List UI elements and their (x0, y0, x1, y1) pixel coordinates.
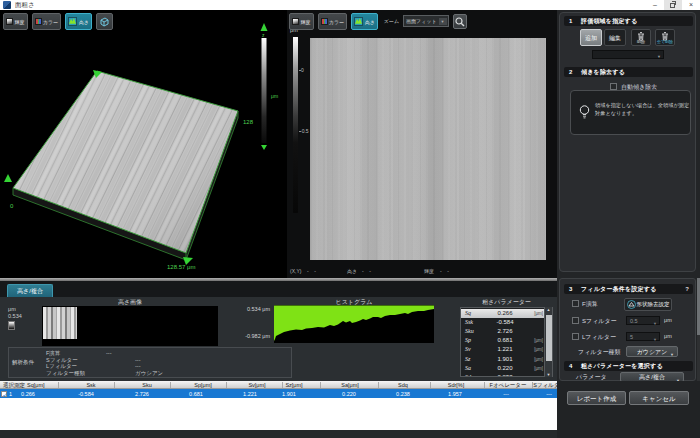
scroll-down-icon[interactable]: ▼ (545, 372, 552, 377)
table-header-7[interactable]: Sa[μm] (341, 382, 359, 388)
create-report-button[interactable]: レポート作成 (567, 391, 626, 405)
section-4-header: 4 粗さパラメーターを選択する (564, 361, 693, 371)
display-color-button[interactable]: カラー (32, 13, 62, 30)
parameter-name: Sa (465, 365, 471, 371)
help-icon[interactable]: ? (685, 284, 689, 294)
table-value-0: 0.266 (21, 391, 35, 397)
xy-label: (X,Y) (290, 268, 301, 274)
tab-height-composite[interactable]: 高さ/複合 (7, 284, 53, 297)
parameter-select[interactable]: 高さ/複合 ▼ (620, 372, 684, 382)
table-value-10: --- (546, 391, 552, 397)
table-value-6: 0.220 (342, 391, 356, 397)
panel-scrollbar-thumb[interactable] (697, 278, 700, 335)
height-label: 高さ (365, 19, 375, 25)
l-filter-value: 5 (630, 334, 633, 340)
display-brightness-button[interactable]: 輝度 (3, 13, 28, 30)
scrollbar-thumb[interactable] (546, 315, 552, 361)
height-image-2d[interactable] (310, 38, 546, 260)
parameter-row-Sa[interactable]: Sa0.220[μm] (461, 364, 545, 373)
parameters-scrollbar[interactable]: ▲ ▼ (544, 307, 552, 377)
surface-3d-scene: 0 128 128.57 μm z μm (0, 10, 287, 278)
parameter-value: 1.221 (487, 346, 523, 352)
axis-arrow-left (4, 174, 12, 182)
table-header-8[interactable]: Sdq (398, 382, 408, 388)
table-value-8: 1.957 (448, 391, 462, 397)
region-add-button[interactable]: 追加 (580, 29, 602, 46)
table-header-0[interactable]: 選択測定 (3, 382, 25, 389)
s-filter-select[interactable]: 0.5 ▼ (626, 316, 660, 325)
height-status-label: 高さ (347, 268, 357, 274)
display-height-button-2d[interactable]: 高さ (351, 13, 378, 30)
shape-removal-settings-button[interactable]: 形状除去設定 (624, 298, 672, 311)
parameter-value: 1.901 (487, 356, 523, 362)
settings-panel: 1 評価領域を指定する 追加 編集 削除 全て削除 ▼ 2 傾きを除去する 自動… (557, 10, 700, 438)
analysis-value: --- (106, 350, 112, 356)
panel-scrollbar[interactable] (697, 278, 700, 381)
scale-tick-zero: 0 (301, 67, 304, 73)
display-height-button[interactable]: 高さ (65, 13, 92, 30)
section-2-number: 2 (569, 67, 572, 77)
viewport-2d[interactable]: μm 0 -0.5 輝度 カラー 高さ ズーム 画面フィット ▼ (287, 10, 557, 278)
section-3-title: フィルター条件を設定する (581, 284, 656, 294)
table-header-6[interactable]: Sz[μm] (285, 382, 302, 388)
roughness-parameters-list[interactable]: Sq0.266[μm]Ssk-0.584Sku2.726Sp0.681[μm]S… (460, 307, 553, 377)
brightness-label: 輝度 (15, 19, 25, 25)
minimize-button[interactable]: – (646, 0, 664, 10)
parameter-row-Ssk[interactable]: Ssk-0.584 (461, 318, 545, 327)
table-value-4: 1.221 (243, 391, 257, 397)
parameter-row-Sv[interactable]: Sv1.221[μm] (461, 345, 545, 354)
scroll-up-icon[interactable]: ▲ (545, 307, 552, 312)
table-header-9[interactable]: Sdr[%] (448, 382, 465, 388)
l-filter-select[interactable]: 5 ▼ (626, 332, 660, 341)
results-table-row[interactable]: ✓ 10.266-0.5842.7260.6811.2211.9010.2200… (0, 389, 557, 398)
table-header-5[interactable]: Sv[μm] (248, 382, 265, 388)
region-edit-button[interactable]: 編集 (604, 29, 626, 46)
height-map-icon (68, 17, 77, 26)
parameter-row-Sq[interactable]: Sq0.266[μm] (461, 309, 545, 318)
parameter-row-Sp[interactable]: Sp0.681[μm] (461, 336, 545, 345)
table-header-4[interactable]: Sp[μm] (194, 382, 212, 388)
chevron-down-icon: ▼ (653, 336, 657, 344)
height-image-max: 0.534 (8, 313, 22, 319)
filter-kind-select[interactable]: ガウシアン ▼ (626, 346, 678, 357)
region-delete-button[interactable]: 削除 (631, 29, 651, 46)
histogram-max-label: 0.534 μm (218, 306, 270, 312)
auto-tilt-checkbox[interactable] (610, 83, 617, 90)
view-3d-settings-button[interactable] (96, 13, 113, 30)
table-value-2: 2.726 (135, 391, 149, 397)
region-delete-all-button[interactable]: 全て削除 (655, 29, 675, 46)
display-color-button-2d[interactable]: カラー (318, 13, 348, 30)
parameter-row-Sku[interactable]: Sku2.726 (461, 327, 545, 336)
table-value-3: 0.681 (189, 391, 203, 397)
parameter-name: Sq (465, 310, 471, 316)
parameter-row-Sz[interactable]: Sz1.901[μm] (461, 355, 545, 364)
table-header-10[interactable]: Fオペレーター (490, 382, 527, 389)
row-checkbox[interactable]: ✓ (1, 391, 7, 397)
toolbar-3d: 輝度 カラー 高さ (3, 13, 113, 30)
brightness-status-label: 輝度 (424, 268, 434, 274)
zoom-select[interactable]: 画面フィット ▼ (403, 15, 448, 27)
display-brightness-button-2d[interactable]: 輝度 (289, 13, 314, 30)
l-filter-checkbox[interactable] (572, 333, 579, 340)
parameter-row-Sdq[interactable]: Sdq0.238 (461, 373, 545, 377)
region-select[interactable]: ▼ (592, 50, 664, 59)
histogram-min-label: -0.982 μm (218, 333, 270, 339)
cancel-button[interactable]: キャンセル (629, 391, 689, 405)
lightbulb-icon (578, 104, 591, 122)
section-3-number: 3 (569, 284, 572, 294)
magnifier-button[interactable] (453, 14, 467, 29)
table-header-1[interactable]: Sq[μm] (27, 382, 45, 388)
close-button[interactable]: × (682, 0, 700, 10)
table-value-7: 0.238 (396, 391, 410, 397)
s-filter-checkbox[interactable] (572, 317, 579, 324)
f-operation-checkbox[interactable] (572, 300, 579, 307)
height-scale-bar (293, 37, 298, 213)
table-header-2[interactable]: Ssk (86, 382, 95, 388)
status-bar-2d: (X,Y) - - 高さ - - 輝度 - - (287, 267, 557, 277)
section-1-title: 評価領域を指定する (581, 16, 637, 26)
viewport-3d[interactable]: 0 128 128.57 μm z μm 輝度 カラー 高さ (0, 10, 287, 278)
table-header-3[interactable]: Sku (142, 382, 151, 388)
height-status-value: - - (362, 268, 371, 274)
l-filter-label: Lフィルター (582, 333, 616, 342)
restore-button[interactable] (664, 0, 682, 10)
